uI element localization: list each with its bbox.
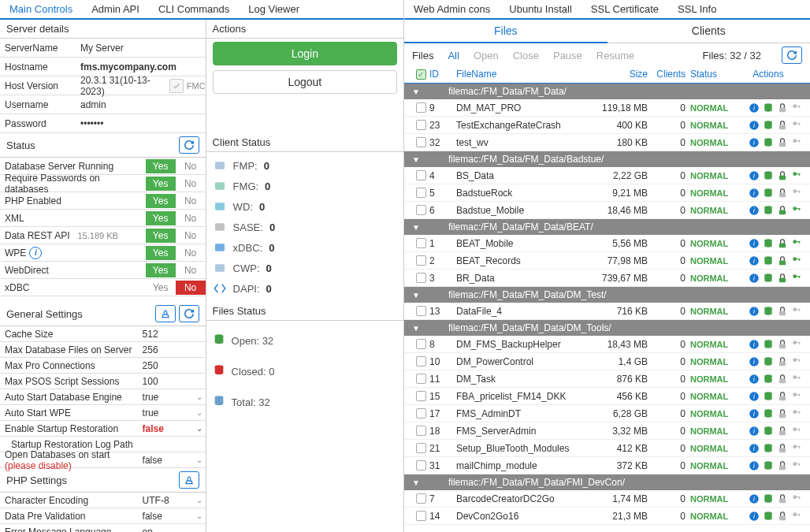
file-row[interactable]: 9DM_MAT_PRO119,18 MB0NORMALi xyxy=(404,99,810,117)
file-group-row[interactable]: ▼filemac:/FM_Data/FM_Data/DM_Tools/ xyxy=(404,320,810,336)
file-key-icon[interactable] xyxy=(791,374,802,385)
file-row[interactable]: 18FMS_ServerAdmin3,32 MB0NORMALi xyxy=(404,422,810,440)
file-key-icon[interactable] xyxy=(791,460,802,471)
general-setting-value[interactable]: 512 xyxy=(139,329,206,340)
file-info-icon[interactable]: i xyxy=(749,120,760,131)
file-key-icon[interactable] xyxy=(791,170,802,181)
file-key-icon[interactable] xyxy=(791,339,802,350)
general-setting-value[interactable]: 100 xyxy=(139,376,206,387)
file-db-icon[interactable] xyxy=(763,426,774,437)
general-setting-value[interactable]: true⌄ xyxy=(139,392,206,403)
file-db-icon[interactable] xyxy=(763,356,774,367)
file-row[interactable]: 23TestExchangeRateCrash400 KB0NORMALi xyxy=(404,117,810,134)
file-row[interactable]: 5BadstueRock9,21 MB0NORMALi xyxy=(404,184,810,202)
file-checkbox[interactable] xyxy=(416,339,426,349)
file-row[interactable]: 32test_wv180 KB0NORMALi xyxy=(404,134,810,151)
file-info-icon[interactable]: i xyxy=(749,511,760,522)
file-row[interactable]: 10DM_PowerControl1,4 GB0NORMALi xyxy=(404,353,810,370)
file-db-icon[interactable] xyxy=(763,460,774,471)
php-setting-value[interactable]: UTF-8⌄ xyxy=(139,495,206,506)
file-row[interactable]: 1BEAT_Mobile5,56 MB0NORMALi xyxy=(404,235,810,252)
top-tab-web-admin-cons[interactable]: Web Admin cons xyxy=(404,0,500,18)
file-row[interactable]: 14DevCon2Go1621,3 MB0NORMALi xyxy=(404,508,810,525)
file-checkbox[interactable] xyxy=(416,374,426,384)
file-checkbox[interactable] xyxy=(416,408,426,419)
server-detail-value[interactable]: My Server xyxy=(76,43,206,54)
file-lock-icon[interactable] xyxy=(777,273,788,284)
file-checkbox[interactable] xyxy=(416,255,426,266)
file-group-row[interactable]: ▼filemac:/FM_Data/FM_Data/Badstue/ xyxy=(404,151,810,167)
files-action-resume[interactable]: Resume xyxy=(596,50,634,61)
file-db-icon[interactable] xyxy=(763,102,774,113)
general-setting-value[interactable]: false⌄ xyxy=(139,455,206,466)
file-lock-icon[interactable] xyxy=(777,460,788,471)
status-no[interactable]: No xyxy=(176,177,206,191)
status-no[interactable]: No xyxy=(176,263,206,277)
status-no[interactable]: No xyxy=(176,281,206,295)
file-db-icon[interactable] xyxy=(763,408,774,419)
top-tab-log-viewer[interactable]: Log Viewer xyxy=(239,0,309,18)
file-key-icon[interactable] xyxy=(791,408,802,419)
file-group-row[interactable]: ▼filemac:/FM_Data/FM_Data/DM_Test/ xyxy=(404,287,810,303)
file-db-icon[interactable] xyxy=(763,339,774,350)
top-tab-ssl-certificate[interactable]: SSL Certificate xyxy=(581,0,668,18)
file-info-icon[interactable]: i xyxy=(749,426,760,437)
file-info-icon[interactable]: i xyxy=(749,238,760,249)
col-size[interactable]: Size xyxy=(593,69,648,80)
file-key-icon[interactable] xyxy=(791,102,802,113)
file-db-icon[interactable] xyxy=(763,306,774,317)
file-info-icon[interactable]: i xyxy=(749,339,760,350)
general-setting-value[interactable]: 256 xyxy=(139,344,206,355)
status-yes[interactable]: Yes xyxy=(146,159,176,173)
file-checkbox[interactable] xyxy=(416,426,426,436)
status-refresh-icon[interactable] xyxy=(179,136,199,154)
file-db-icon[interactable] xyxy=(763,493,774,504)
general-settings-save-icon[interactable] xyxy=(155,305,176,322)
file-lock-icon[interactable] xyxy=(777,170,788,181)
status-yes[interactable]: Yes xyxy=(146,281,176,295)
file-key-icon[interactable] xyxy=(791,205,802,216)
col-id[interactable]: ID xyxy=(429,69,456,80)
file-db-icon[interactable] xyxy=(763,255,774,266)
top-tab-main-controls[interactable]: Main Controls xyxy=(0,0,82,20)
file-row[interactable]: 31mailChimp_module372 KB0NORMALi xyxy=(404,457,810,474)
file-checkbox[interactable] xyxy=(416,443,426,453)
general-setting-value[interactable]: true⌄ xyxy=(139,407,206,419)
file-info-icon[interactable]: i xyxy=(749,102,760,113)
file-lock-icon[interactable] xyxy=(777,137,788,148)
files-filter-all[interactable]: All xyxy=(448,50,459,61)
status-no[interactable]: No xyxy=(176,246,206,260)
file-row[interactable]: 4BS_Data2,22 GB0NORMALi xyxy=(404,167,810,184)
file-info-icon[interactable]: i xyxy=(749,408,760,419)
file-info-icon[interactable]: i xyxy=(749,188,760,199)
file-lock-icon[interactable] xyxy=(777,443,788,454)
file-info-icon[interactable]: i xyxy=(749,137,760,148)
file-key-icon[interactable] xyxy=(791,188,802,199)
file-info-icon[interactable]: i xyxy=(749,273,760,284)
file-row[interactable]: 17FMS_AdminDT6,28 GB0NORMALi xyxy=(404,405,810,422)
file-info-icon[interactable]: i xyxy=(749,443,760,454)
file-lock-icon[interactable] xyxy=(777,238,788,249)
file-info-icon[interactable]: i xyxy=(749,205,760,216)
file-checkbox[interactable] xyxy=(416,170,426,180)
files-action-open[interactable]: Open xyxy=(474,50,499,61)
files-action-close[interactable]: Close xyxy=(513,50,539,61)
file-row[interactable]: 3BR_Data739,67 MB0NORMALi xyxy=(404,270,810,287)
file-lock-icon[interactable] xyxy=(777,102,788,113)
file-info-icon[interactable]: i xyxy=(749,255,760,266)
file-lock-icon[interactable] xyxy=(777,120,788,131)
file-info-icon[interactable]: i xyxy=(749,493,760,504)
info-icon[interactable]: i xyxy=(29,247,42,259)
file-row[interactable]: 6Badstue_Mobile18,46 MB0NORMALi xyxy=(404,202,810,219)
file-key-icon[interactable] xyxy=(791,137,802,148)
general-setting-value[interactable]: 250 xyxy=(139,360,206,371)
status-no[interactable]: No xyxy=(176,194,206,208)
file-group-row[interactable]: ▼filemac:/FM_Data/FM_Data/ xyxy=(404,84,810,99)
file-checkbox[interactable] xyxy=(416,391,426,401)
server-detail-value[interactable]: ••••••• xyxy=(76,118,206,129)
file-lock-icon[interactable] xyxy=(777,408,788,419)
file-checkbox[interactable] xyxy=(416,102,426,113)
logout-button[interactable]: Logout xyxy=(213,70,397,94)
file-info-icon[interactable]: i xyxy=(749,170,760,181)
file-checkbox[interactable] xyxy=(416,120,426,130)
